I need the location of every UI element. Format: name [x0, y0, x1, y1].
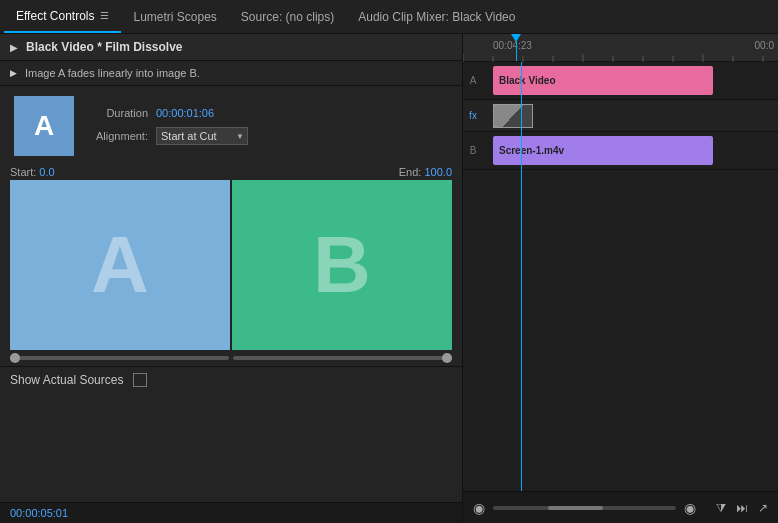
clip-screen[interactable]: Screen-1.m4v: [493, 136, 713, 166]
tab-lumetri-scopes-label: Lumetri Scopes: [133, 10, 216, 24]
track-a-label: A: [463, 75, 483, 86]
scroll-right-btn[interactable]: ◉: [684, 500, 696, 516]
letter-preview: A: [14, 96, 74, 156]
timeline-bottom: ◉ ◉ ⧩ ⏭ ↗: [463, 491, 778, 523]
playhead-marker[interactable]: [511, 34, 521, 61]
scrollbar-thumb[interactable]: [548, 506, 603, 510]
transition-header: ▶ Black Video * Film Dissolve: [0, 34, 462, 61]
scroll-left-btn[interactable]: ◉: [473, 500, 485, 516]
right-panel: 00:04:23 00:0 A Black Video: [463, 34, 778, 523]
preview-a: A: [10, 180, 230, 350]
end-value[interactable]: 100.0: [424, 166, 452, 178]
playhead-diamond: [511, 34, 521, 42]
alignment-label: Alignment:: [88, 130, 148, 142]
export-icon[interactable]: ↗: [758, 501, 768, 515]
duration-value[interactable]: 00:00:01:06: [156, 107, 214, 119]
tab-effect-controls-label: Effect Controls: [16, 9, 94, 23]
alignment-row: Alignment: Center at Cut Start at Cut En…: [88, 127, 248, 145]
transition-settings: A Duration 00:00:01:06 Alignment: Center…: [0, 86, 462, 166]
track-a: A Black Video: [463, 62, 778, 100]
start-slider-thumb[interactable]: [10, 353, 20, 363]
tab-audio-clip-mixer[interactable]: Audio Clip Mixer: Black Video: [346, 0, 527, 33]
transition-description: Image A fades linearly into image B.: [25, 67, 200, 79]
tab-menu-icon[interactable]: ☰: [100, 10, 109, 21]
settings-fields: Duration 00:00:01:06 Alignment: Center a…: [88, 107, 248, 145]
timeline-ruler: 00:04:23 00:0: [463, 34, 778, 62]
sliders-row: [0, 350, 462, 366]
transition-play-button[interactable]: ▶: [10, 42, 18, 53]
ruler-timecodes: 00:04:23 00:0: [463, 34, 778, 61]
end-slider[interactable]: [233, 356, 452, 360]
ab-preview: A B: [10, 180, 452, 350]
actual-sources-label: Show Actual Sources: [10, 373, 123, 387]
duration-row: Duration 00:00:01:06: [88, 107, 248, 119]
fx-label: fx: [463, 110, 483, 121]
transition-name: Black Video * Film Dissolve: [26, 40, 183, 54]
start-value[interactable]: 0.0: [39, 166, 54, 178]
track-b-label: B: [463, 145, 483, 156]
start-slider[interactable]: [10, 356, 229, 360]
fx-row: fx: [463, 100, 778, 132]
duration-label: Duration: [88, 107, 148, 119]
filter-icon[interactable]: ⧩: [716, 501, 726, 515]
description-row: ▶ Image A fades linearly into image B.: [0, 61, 462, 86]
clip-black-video[interactable]: Black Video: [493, 66, 713, 96]
fx-transition-inner: [493, 104, 533, 128]
bottom-timecode: 00:00:05:01: [10, 507, 68, 519]
start-label: Start: 0.0: [10, 166, 231, 178]
tab-bar: Effect Controls ☰ Lumetri Scopes Source:…: [0, 0, 778, 34]
bottom-timecode-bar: 00:00:05:01: [0, 502, 462, 523]
actual-sources-row: Show Actual Sources: [0, 366, 462, 393]
ruler-time-end: 00:0: [755, 40, 774, 51]
track-a-content: Black Video: [483, 62, 778, 99]
tab-source[interactable]: Source: (no clips): [229, 0, 346, 33]
tool-icons: ⧩ ⏭ ↗: [716, 501, 768, 515]
desc-play-icon[interactable]: ▶: [10, 68, 17, 78]
fx-transition-block[interactable]: [493, 104, 533, 128]
playhead-vertical: [521, 62, 522, 491]
alignment-select-wrapper[interactable]: Center at Cut Start at Cut End at Cut Cu…: [156, 127, 248, 145]
tracks-area: A Black Video fx B: [463, 62, 778, 491]
track-b: B Screen-1.m4v: [463, 132, 778, 170]
actual-sources-checkbox[interactable]: [133, 373, 147, 387]
tab-effect-controls[interactable]: Effect Controls ☰: [4, 0, 121, 33]
tab-source-label: Source: (no clips): [241, 10, 334, 24]
end-label: End: 100.0: [231, 166, 452, 178]
scrollbar-area: ◉ ◉: [473, 500, 696, 516]
actual-sources-checkbox-container: [133, 373, 147, 387]
left-panel: ▶ Black Video * Film Dissolve ▶ Image A …: [0, 34, 463, 523]
end-slider-thumb[interactable]: [442, 353, 452, 363]
tab-lumetri-scopes[interactable]: Lumetri Scopes: [121, 0, 228, 33]
scrollbar-track[interactable]: [493, 506, 676, 510]
playhead-line-ruler: [516, 42, 517, 61]
tab-audio-clip-mixer-label: Audio Clip Mixer: Black Video: [358, 10, 515, 24]
main-layout: ▶ Black Video * Film Dissolve ▶ Image A …: [0, 34, 778, 523]
fx-content: [483, 100, 778, 131]
ab-labels: Start: 0.0 End: 100.0: [0, 166, 462, 178]
alignment-select[interactable]: Center at Cut Start at Cut End at Cut Cu…: [156, 127, 248, 145]
preview-b: B: [232, 180, 452, 350]
play-to-icon[interactable]: ⏭: [736, 501, 748, 515]
track-b-content: Screen-1.m4v: [483, 132, 778, 169]
